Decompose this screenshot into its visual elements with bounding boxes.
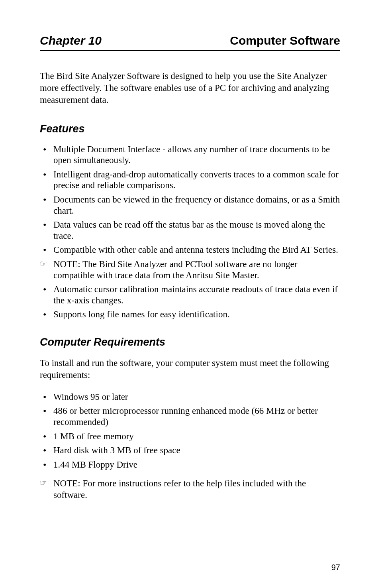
list-item: 1 MB of free memory bbox=[40, 431, 340, 442]
list-item: Automatic cursor calibration maintains a… bbox=[40, 284, 340, 306]
chapter-title: Computer Software bbox=[230, 34, 340, 47]
list-item: Documents can be viewed in the frequency… bbox=[40, 194, 340, 216]
list-item: Hard disk with 3 MB of free space bbox=[40, 445, 340, 456]
list-item: Supports long file names for easy identi… bbox=[40, 309, 340, 320]
chapter-header: Chapter 10 Computer Software bbox=[40, 34, 340, 51]
intro-paragraph: The Bird Site Analyzer Software is desig… bbox=[40, 70, 340, 106]
page-number: 97 bbox=[331, 563, 340, 572]
requirements-heading: Computer Requirements bbox=[40, 336, 340, 348]
chapter-label: Chapter 10 bbox=[40, 34, 102, 47]
list-item: Multiple Document Interface - allows any… bbox=[40, 144, 340, 166]
features-heading: Features bbox=[40, 123, 340, 135]
list-item: 486 or better microprocessor running enh… bbox=[40, 405, 340, 427]
note-item: NOTE: The Bird Site Analyzer and PCTool … bbox=[40, 259, 340, 281]
features-list: Multiple Document Interface - allows any… bbox=[40, 144, 340, 320]
list-item: Data values can be read off the status b… bbox=[40, 219, 340, 241]
footer-note: NOTE: For more instructions refer to the… bbox=[40, 478, 340, 501]
requirements-list: Windows 95 or later 486 or better microp… bbox=[40, 391, 340, 470]
list-item: Intelligent drag-and-drop automatically … bbox=[40, 169, 340, 191]
list-item: Compatible with other cable and antenna … bbox=[40, 244, 340, 256]
list-item: 1.44 MB Floppy Drive bbox=[40, 459, 340, 470]
requirements-intro: To install and run the software, your co… bbox=[40, 357, 340, 381]
list-item: Windows 95 or later bbox=[40, 391, 340, 403]
